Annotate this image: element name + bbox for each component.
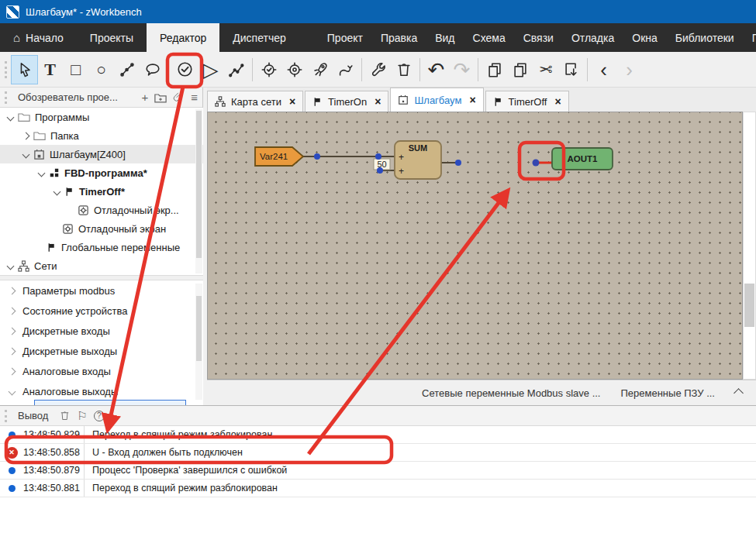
output-row-error[interactable]: ✕ 13:48:50.858 U - Вход должен быть подк…: [0, 444, 756, 462]
chevron-right-icon[interactable]: [9, 347, 16, 355]
run-tool-button[interactable]: ▷: [198, 56, 223, 84]
menu-edit[interactable]: Правка: [381, 32, 417, 44]
cut-button[interactable]: ✂: [533, 56, 558, 84]
redo-button[interactable]: ↷: [449, 56, 475, 84]
clear-output-button[interactable]: [59, 410, 71, 421]
tree-item-programs[interactable]: Программы: [0, 108, 203, 126]
ellipse-tool-button[interactable]: ○: [88, 56, 114, 84]
list-item-analog-outputs[interactable]: Аналоговые выходы: [0, 381, 203, 401]
list-item-analog-inputs[interactable]: Аналоговые входы: [0, 361, 203, 381]
tab-timeron[interactable]: TimerOn ×: [305, 91, 388, 112]
tab-shlagbaum[interactable]: Шлагбаум ×: [390, 88, 483, 112]
list-item-discrete-inputs[interactable]: Дискретные входы: [0, 321, 203, 341]
import-button[interactable]: [558, 56, 584, 84]
chevron-right-icon[interactable]: [9, 327, 16, 335]
chevron-down-icon[interactable]: [7, 113, 15, 121]
deploy-tool-button[interactable]: [307, 56, 333, 84]
list-scrollbar-thumb[interactable]: [196, 296, 202, 361]
loop-tool-button[interactable]: [333, 56, 358, 84]
tree-item-global-variables[interactable]: Глобальные переменные: [0, 238, 203, 256]
toolbar-grip[interactable]: [5, 61, 8, 78]
canvas-scrollbar-thumb[interactable]: [744, 284, 754, 327]
list-item-selected-partial[interactable]: [34, 400, 186, 405]
connection-dot[interactable]: [314, 153, 320, 160]
panel-grip[interactable]: [5, 91, 8, 104]
collapse-up-icon[interactable]: [734, 388, 744, 398]
list-scrollbar[interactable]: [195, 284, 202, 400]
ribbon-tab-projects[interactable]: Проекты: [77, 23, 147, 52]
tab-network-map[interactable]: Карта сети ×: [207, 91, 303, 112]
menu-debug[interactable]: Отладка: [571, 32, 614, 44]
list-item-modbus-params[interactable]: Параметры modbus: [0, 280, 203, 301]
chevron-down-icon[interactable]: [38, 169, 46, 177]
modbus-variables-panel-button[interactable]: Сетевые переменные Modbus slave ...: [422, 387, 600, 399]
chevron-down-icon[interactable]: [9, 387, 16, 395]
tree-scrollbar[interactable]: [195, 109, 202, 273]
connection-dot[interactable]: [455, 160, 461, 166]
fbd-canvas[interactable]: Var241 50 SUM + + AOUT1: [207, 112, 743, 380]
rom-variables-panel-button[interactable]: Переменные ПЗУ ...: [620, 387, 715, 399]
settings-tool-button[interactable]: [365, 56, 391, 84]
chevron-right-icon[interactable]: [22, 132, 30, 139]
chevron-right-icon[interactable]: [9, 307, 16, 315]
trend-tool-button[interactable]: [223, 56, 249, 84]
check-tool-button[interactable]: [172, 56, 198, 84]
tree-item-folder[interactable]: Папка: [0, 126, 203, 145]
help-icon[interactable]: ?: [94, 411, 105, 421]
chevron-down-icon[interactable]: [22, 150, 30, 158]
ribbon-tab-dispatcher[interactable]: Диспетчер: [219, 23, 299, 52]
filter-flag-button[interactable]: ⚐: [77, 409, 87, 423]
add-item-button[interactable]: +: [141, 91, 148, 104]
close-icon[interactable]: ×: [469, 94, 475, 106]
tree-item-networks[interactable]: Сети: [0, 256, 203, 275]
select-tool-button[interactable]: [12, 56, 37, 84]
canvas-scrollbar[interactable]: [743, 112, 756, 380]
panel-menu-button[interactable]: ≡: [191, 91, 198, 104]
undo-button[interactable]: ↶: [423, 56, 449, 84]
menu-view[interactable]: Вид: [435, 32, 454, 44]
output-row[interactable]: 13:48:50.881 Переход в спящий режим разб…: [0, 480, 756, 497]
list-item-discrete-outputs[interactable]: Дискретные выходы: [0, 341, 203, 361]
tree-item-shlagbaum-device[interactable]: Шлагбаум[Z400]: [0, 145, 203, 163]
text-tool-button[interactable]: T: [37, 56, 63, 84]
menu-links[interactable]: Связи: [523, 32, 554, 44]
delete-tool-button[interactable]: [391, 56, 416, 84]
nav-back-button[interactable]: ‹: [591, 56, 616, 84]
chevron-right-icon[interactable]: [9, 367, 16, 375]
output-row[interactable]: 13:48:50.829 Переход в спящий режим забл…: [0, 426, 756, 444]
chevron-right-icon[interactable]: [9, 287, 16, 294]
menu-libraries[interactable]: Библиотеки: [675, 32, 734, 44]
list-item-device-state[interactable]: Состояние устройства: [0, 301, 203, 321]
rectangle-tool-button[interactable]: □: [63, 56, 88, 84]
new-folder-button[interactable]: [154, 92, 167, 103]
polyline-tool-button[interactable]: [114, 56, 140, 84]
ribbon-tab-home[interactable]: ⌂ Начало: [0, 23, 77, 52]
link-button[interactable]: [173, 91, 185, 103]
tree-item-debug-screen-1[interactable]: Отладочный экр...: [0, 201, 203, 219]
target-tool-button[interactable]: [281, 56, 307, 84]
menu-project[interactable]: Проект: [327, 32, 363, 44]
tree-item-debug-screen-2[interactable]: Отладочный экран: [0, 219, 203, 238]
connection-dot[interactable]: [377, 167, 383, 174]
chevron-down-icon[interactable]: [54, 187, 61, 195]
unconnected-input-dot[interactable]: [533, 160, 540, 167]
connection-dot[interactable]: [375, 153, 381, 160]
duplicate-button[interactable]: [507, 56, 533, 84]
comment-tool-button[interactable]: [140, 56, 165, 84]
tree-scrollbar-thumb[interactable]: [196, 111, 202, 258]
tree-item-timeroff[interactable]: TimerOff*: [0, 182, 203, 201]
build-check-tool-button[interactable]: [256, 56, 281, 84]
copy-button[interactable]: [482, 56, 507, 84]
panel-grip[interactable]: [5, 410, 8, 422]
close-icon[interactable]: ×: [289, 95, 295, 108]
output-row[interactable]: 13:48:50.879 Процесс 'Проверка' завершил…: [0, 462, 756, 480]
nav-forward-button[interactable]: ›: [616, 56, 642, 84]
chevron-down-icon[interactable]: [7, 262, 15, 270]
close-icon[interactable]: ×: [375, 95, 381, 108]
menu-schema[interactable]: Схема: [473, 32, 506, 44]
menu-help[interactable]: Помощь: [752, 32, 756, 44]
close-icon[interactable]: ×: [554, 95, 561, 108]
menu-windows[interactable]: Окна: [632, 32, 658, 44]
tab-timeroff[interactable]: TimerOff ×: [485, 91, 569, 112]
panel-splitter[interactable]: [0, 275, 203, 280]
